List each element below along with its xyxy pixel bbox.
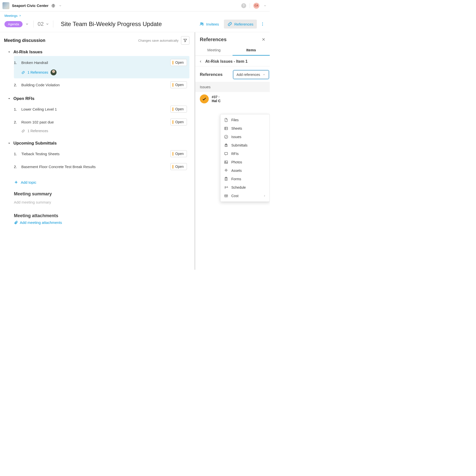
caret-down-icon — [7, 97, 11, 100]
user-avatar[interactable]: CA — [253, 3, 259, 9]
panel-back-button[interactable] — [199, 60, 203, 63]
references-count[interactable]: 1 References — [28, 129, 48, 133]
help-icon[interactable]: ? — [241, 3, 246, 8]
svg-point-13 — [227, 186, 228, 187]
references-count[interactable]: 1 References — [28, 70, 48, 74]
status-bar — [173, 83, 173, 87]
chevron-down-icon — [46, 22, 49, 26]
add-references-button[interactable]: Add references — [233, 70, 269, 79]
link-icon — [21, 129, 25, 133]
references-button[interactable]: References — [224, 20, 257, 29]
status-bar — [173, 120, 173, 124]
agenda-item-row[interactable]: 1. Tieback Testing Sheets Open — [14, 147, 189, 160]
close-panel-button[interactable] — [261, 37, 266, 42]
photos-icon — [224, 160, 228, 164]
schedule-icon — [224, 185, 228, 190]
breadcrumb-meetings[interactable]: Meetings — [4, 14, 18, 18]
file-icon — [224, 118, 228, 122]
chevron-down-icon[interactable] — [58, 3, 62, 8]
dd-assets[interactable]: Assets — [220, 166, 269, 175]
tab-meeting[interactable]: Meeting — [195, 45, 233, 56]
submittals-icon — [224, 143, 228, 148]
dd-sheets[interactable]: Sheets — [220, 124, 269, 133]
dd-submittals-label: Submittals — [231, 143, 247, 147]
paperclip-icon — [14, 221, 18, 225]
dd-schedule[interactable]: Schedule — [220, 183, 269, 192]
filter-button[interactable] — [181, 36, 189, 45]
dd-submittals[interactable]: Submittals — [220, 141, 269, 149]
dd-files[interactable]: Files — [220, 116, 269, 124]
add-attachments-label: Add meeting attachments — [20, 220, 62, 225]
divider — [250, 3, 250, 8]
agenda-item-row[interactable]: 2. Basement Floor Concrete Test Break Re… — [14, 160, 189, 173]
issues-icon — [224, 135, 228, 139]
more-actions-button[interactable] — [260, 22, 265, 26]
meeting-number-selector[interactable]: 02 — [38, 21, 49, 27]
dd-rfis[interactable]: RFIs — [220, 149, 269, 158]
agenda-item-row[interactable]: 1. Broken Handrail Open — [14, 56, 189, 69]
agenda-item-row[interactable]: 2. Building Code Violation Open — [14, 78, 189, 91]
topic-header[interactable]: At-Risk Issues — [7, 48, 189, 56]
chevron-left-icon — [199, 60, 202, 63]
status-pill[interactable]: Open — [170, 150, 187, 157]
assignee-avatar[interactable] — [51, 69, 57, 75]
dd-schedule-label: Schedule — [231, 185, 246, 189]
caret-down-icon — [7, 142, 11, 145]
svg-point-5 — [262, 25, 263, 26]
dd-photos-label: Photos — [231, 160, 242, 164]
item-number: 1. — [14, 152, 19, 156]
add-topic-button[interactable]: Add topic — [14, 180, 189, 184]
dd-files-label: Files — [231, 118, 239, 122]
forms-icon — [224, 177, 228, 181]
dd-rfis-label: RFIs — [231, 152, 239, 156]
status-pill[interactable]: Open — [170, 81, 187, 88]
topic-name: Open RFIs — [13, 96, 34, 101]
item-title: Lower Ceiling Level 1 — [21, 107, 57, 111]
issue-row[interactable]: #37 · Hal C — [195, 92, 270, 106]
issue-line2: Hal C — [212, 99, 221, 103]
dd-cost[interactable]: Cost — [220, 192, 269, 200]
sheets-icon — [224, 126, 228, 131]
status-pill[interactable]: Open — [170, 106, 187, 113]
chevron-down-icon[interactable] — [263, 3, 267, 8]
project-thumbnail[interactable] — [2, 2, 9, 9]
item-title: Room 102 past due — [21, 120, 54, 124]
chevron-down-icon[interactable] — [25, 22, 30, 27]
divider — [33, 21, 34, 28]
status-pill[interactable]: Open — [170, 59, 187, 66]
item-title: Tieback Testing Sheets — [21, 152, 60, 156]
dd-photos[interactable]: Photos — [220, 158, 269, 166]
add-topic-label: Add topic — [21, 180, 36, 184]
topic-header[interactable]: Open RFIs — [7, 95, 189, 103]
agenda-item-row[interactable]: 1. Lower Ceiling Level 1 Open — [14, 103, 189, 116]
svg-rect-9 — [225, 161, 228, 164]
issue-line1: #37 · — [212, 95, 221, 99]
link-icon — [227, 22, 232, 27]
topic-header[interactable]: Upcoming Submittals — [7, 139, 189, 147]
check-icon — [202, 96, 207, 101]
dd-forms[interactable]: Forms — [220, 175, 269, 183]
status-pill[interactable]: Open — [170, 163, 187, 170]
plus-icon — [14, 180, 18, 184]
dd-issues-label: Issues — [231, 135, 241, 139]
item-title: Building Code Violation — [21, 83, 60, 87]
chevron-right-icon — [263, 194, 266, 197]
agenda-item-row[interactable]: 2. Room 102 past due Open — [14, 116, 189, 128]
meeting-title: Site Team Bi-Weekly Progress Update — [61, 21, 162, 28]
item-number: 2. — [14, 83, 19, 87]
status-pill[interactable]: Open — [170, 119, 187, 125]
svg-point-7 — [224, 135, 228, 139]
project-name[interactable]: Seaport Civic Center — [12, 3, 49, 8]
agenda-chip[interactable]: Agenda — [4, 21, 23, 27]
attachments-title: Meeting attachments — [4, 213, 189, 218]
panel-sub-title: At-Risk Issues - Item 1 — [205, 59, 248, 64]
item-number: 2. — [14, 120, 19, 124]
invitees-button[interactable]: Invitees — [196, 20, 223, 29]
summary-placeholder[interactable]: Add meeting summary — [14, 199, 189, 206]
add-attachments-button[interactable]: Add meeting attachments — [14, 220, 189, 225]
tab-items[interactable]: Items — [233, 45, 270, 56]
status-bar — [173, 61, 173, 64]
invitees-label: Invitees — [206, 22, 219, 26]
dd-issues[interactable]: Issues — [220, 133, 269, 141]
item-title: Broken Handrail — [21, 60, 48, 65]
